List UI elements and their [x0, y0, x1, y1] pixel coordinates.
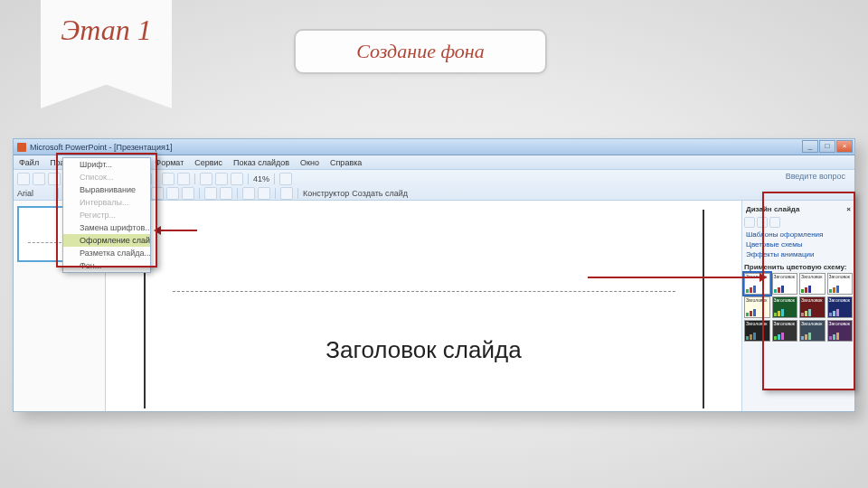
format-menu-item-7[interactable]: Разметка слайда... — [63, 247, 150, 259]
menu-format[interactable]: Формат — [149, 158, 189, 167]
color-scheme-9[interactable]: Заголовок — [772, 320, 798, 342]
format-dropdown-menu: Шрифт...Список...ВыравниваниеИнтервалы..… — [62, 157, 151, 273]
tb-numbering-icon[interactable] — [220, 187, 232, 200]
window-controls: _ □ × — [802, 140, 853, 153]
slide-title-placeholder[interactable]: Заголовок слайда — [146, 336, 703, 364]
tb-chart-icon[interactable] — [200, 173, 212, 185]
color-scheme-11[interactable]: Заголовок — [827, 320, 854, 342]
tb-open-icon[interactable] — [33, 173, 45, 185]
pp-titlebar: Microsoft PowerPoint - [Презентация1] _ … — [14, 139, 854, 155]
arrow-to-format-menu — [161, 230, 197, 231]
color-scheme-7[interactable]: Заголовок — [827, 296, 854, 318]
color-scheme-3[interactable]: Заголовок — [827, 273, 854, 295]
close-button[interactable]: × — [836, 140, 853, 153]
dp-link-colorschemes[interactable]: Цветовые схемы — [744, 239, 853, 249]
color-scheme-1[interactable]: Заголовок — [772, 273, 798, 295]
tb-save-icon[interactable] — [48, 173, 61, 185]
tb-bullets-icon[interactable] — [204, 187, 217, 200]
tb-table-icon[interactable] — [215, 173, 228, 185]
color-scheme-10[interactable]: Заголовок — [799, 320, 826, 342]
format-menu-item-3: Интервалы... — [63, 196, 150, 209]
tb-zoom[interactable]: 41% — [253, 174, 269, 183]
dp-back-icon[interactable] — [744, 217, 755, 228]
dp-home-icon[interactable] — [769, 217, 780, 228]
menu-file[interactable]: Файл — [14, 158, 44, 167]
tb-new-icon[interactable] — [17, 173, 30, 185]
format-menu-item-5[interactable]: Замена шрифтов... — [63, 221, 150, 234]
pp-title-text: Microsoft PowerPoint - [Презентация1] — [30, 143, 172, 152]
color-scheme-8[interactable]: Заголовок — [744, 320, 770, 342]
color-scheme-5[interactable]: Заголовок — [772, 296, 798, 318]
dp-forward-icon[interactable] — [757, 217, 768, 228]
minimize-button[interactable]: _ — [802, 140, 818, 153]
stage-banner: Этап 1 — [41, 0, 172, 108]
format-menu-item-0[interactable]: Шрифт... — [63, 158, 150, 171]
color-scheme-grid: ЗаголовокЗаголовокЗаголовокЗаголовокЗаго… — [744, 273, 853, 342]
tb-decrease-font-icon[interactable] — [258, 187, 270, 200]
page-title: Создание фона — [356, 40, 484, 63]
tb-help-icon[interactable] — [279, 173, 292, 185]
tb-newslide-button[interactable]: Создать слайд — [352, 189, 408, 198]
maximize-button[interactable]: □ — [819, 140, 835, 153]
stage-label: Этап 1 — [61, 14, 151, 46]
slide-edit-area: Заголовок слайда — [106, 201, 741, 411]
slide-placeholder-divider — [173, 291, 675, 292]
dp-link-templates[interactable]: Шаблоны оформления — [744, 230, 853, 239]
slide-canvas[interactable]: Заголовок слайда — [144, 210, 704, 408]
color-scheme-2[interactable]: Заголовок — [799, 273, 826, 295]
menu-tools[interactable]: Сервис — [189, 158, 228, 167]
tb-undo-icon[interactable] — [162, 173, 175, 185]
design-pane-close-icon[interactable]: × — [846, 205, 851, 213]
arrow-to-design-pane — [588, 277, 760, 278]
menu-slideshow[interactable]: Показ слайдов — [228, 158, 295, 167]
tb-fontcolor-icon[interactable] — [280, 187, 293, 200]
tb-design-button[interactable]: Конструктор — [303, 189, 349, 198]
format-menu-item-2[interactable]: Выравнивание — [63, 183, 150, 196]
ask-question-box[interactable]: Введите вопрос — [786, 172, 845, 181]
color-scheme-6[interactable]: Заголовок — [799, 296, 826, 318]
page-title-box: Создание фона — [294, 29, 547, 74]
format-menu-item-1: Список... — [63, 171, 150, 183]
tb-increase-font-icon[interactable] — [242, 187, 255, 200]
tb-font[interactable]: Arial — [17, 189, 53, 198]
tb-align-right-icon[interactable] — [182, 187, 194, 200]
format-menu-item-6[interactable]: Оформление слайда... — [63, 234, 150, 247]
dp-link-animation[interactable]: Эффекты анимации — [744, 249, 853, 259]
format-menu-item-8[interactable]: Фон... — [63, 259, 150, 272]
tb-hyperlink-icon[interactable] — [231, 173, 243, 185]
tb-align-center-icon[interactable] — [166, 187, 179, 200]
tb-redo-icon[interactable] — [177, 173, 190, 185]
tb-align-left-icon[interactable] — [151, 187, 164, 200]
powerpoint-icon — [17, 143, 26, 152]
design-pane-title: Дизайн слайда — [746, 205, 799, 213]
format-menu-item-4: Регистр... — [63, 209, 150, 221]
dp-section-label: Применить цветовую схему: — [744, 263, 853, 271]
menu-help[interactable]: Справка — [325, 158, 367, 167]
color-scheme-4[interactable]: Заголовок — [744, 296, 770, 318]
menu-window[interactable]: Окно — [295, 158, 325, 167]
design-task-pane: Дизайн слайда × Шаблоны оформления Цвето… — [741, 201, 854, 411]
